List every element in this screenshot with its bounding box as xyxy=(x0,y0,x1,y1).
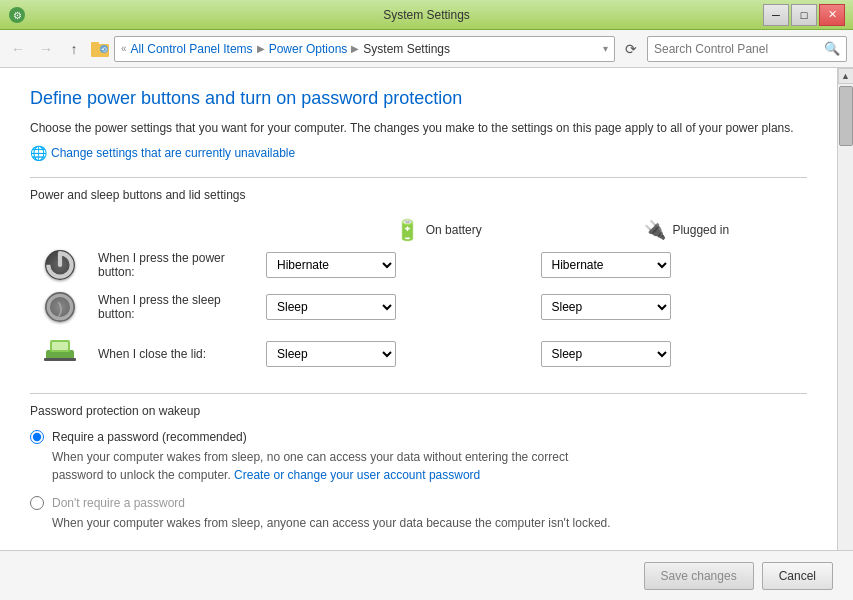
main-window: Define power buttons and turn on passwor… xyxy=(0,68,853,600)
page-title: Define power buttons and turn on passwor… xyxy=(30,88,807,109)
path-dropdown[interactable]: ▾ xyxy=(603,43,608,54)
require-password-row: Require a password (recommended) xyxy=(30,430,807,444)
svg-text:⟲: ⟲ xyxy=(101,46,107,53)
scroll-up-button[interactable]: ▲ xyxy=(838,68,854,84)
app-icon: ⚙ xyxy=(8,6,26,24)
plugged-in-header: 🔌 Plugged in xyxy=(567,218,808,242)
require-password-option: Require a password (recommended) When yo… xyxy=(30,430,807,484)
refresh-button[interactable]: ⟳ xyxy=(619,37,643,61)
divider2 xyxy=(30,393,807,394)
maximize-button[interactable]: □ xyxy=(791,4,817,26)
settings-grid: 🔋 On battery 🔌 Plugged in xyxy=(30,218,807,373)
address-path[interactable]: « All Control Panel Items ▶ Power Option… xyxy=(114,36,615,62)
save-changes-button[interactable]: Save changes xyxy=(644,562,754,590)
password-section: Password protection on wakeup Require a … xyxy=(30,404,807,532)
bottom-bar: Save changes Cancel xyxy=(0,550,853,600)
path-system-settings: System Settings xyxy=(363,42,450,56)
require-password-desc2: password to unlock the computer. xyxy=(52,468,231,482)
require-password-label: Require a password (recommended) xyxy=(52,430,247,444)
svg-text:⚙: ⚙ xyxy=(13,10,22,21)
scrollbar: ▲ ▼ xyxy=(837,68,853,600)
sleep-icon: ) xyxy=(45,292,75,322)
divider1 xyxy=(30,177,807,178)
page-description: Choose the power settings that you want … xyxy=(30,119,807,137)
on-battery-header: 🔋 On battery xyxy=(318,218,559,242)
no-password-row: Don't require a password xyxy=(30,496,807,510)
cancel-button[interactable]: Cancel xyxy=(762,562,833,590)
no-password-radio[interactable] xyxy=(30,496,44,510)
path-sep2: ▶ xyxy=(257,43,265,54)
no-password-option: Don't require a password When your compu… xyxy=(30,496,807,532)
lid-icon xyxy=(44,334,76,373)
power-button-row: When I press the power button: Hibernate… xyxy=(30,250,807,280)
create-password-link[interactable]: Create or change your user account passw… xyxy=(234,468,480,482)
sleep-button-label: When I press the sleep button: xyxy=(98,293,258,321)
password-section-header: Password protection on wakeup xyxy=(30,404,807,418)
back-button[interactable]: ← xyxy=(6,37,30,61)
path-sep1: « xyxy=(121,43,127,54)
path-all-control-panel[interactable]: All Control Panel Items xyxy=(131,42,253,56)
battery-icon: 🔋 xyxy=(395,218,420,242)
power-button-label: When I press the power button: xyxy=(98,251,258,279)
up-button[interactable]: ↑ xyxy=(62,37,86,61)
content-area: Define power buttons and turn on passwor… xyxy=(0,68,837,600)
require-password-desc: When your computer wakes from sleep, no … xyxy=(52,448,807,484)
scroll-thumb[interactable] xyxy=(839,86,853,146)
forward-button[interactable]: → xyxy=(34,37,58,61)
grid-header: 🔋 On battery 🔌 Plugged in xyxy=(30,218,807,242)
on-battery-label: On battery xyxy=(426,223,482,237)
no-password-desc: When your computer wakes from sleep, any… xyxy=(52,514,807,532)
title-bar: ⚙ System Settings ─ □ ✕ xyxy=(0,0,853,30)
lid-plugged-in-select[interactable]: Sleep Hibernate Do nothing Shut down Tur… xyxy=(541,341,671,367)
power-button-icon-cell xyxy=(30,250,90,280)
no-password-label: Don't require a password xyxy=(52,496,185,510)
sleep-button-icon-cell: ) xyxy=(30,292,90,322)
path-power-options[interactable]: Power Options xyxy=(269,42,348,56)
sleep-button-on-battery-select[interactable]: Sleep Hibernate Do nothing Shut down Tur… xyxy=(266,294,396,320)
globe-icon: 🌐 xyxy=(30,145,47,161)
change-settings-label[interactable]: Change settings that are currently unava… xyxy=(51,146,295,160)
search-icon[interactable]: 🔍 xyxy=(824,41,840,56)
power-button-plugged-in-select[interactable]: Hibernate Sleep Do nothing Shut down Tur… xyxy=(541,252,671,278)
search-box[interactable]: 🔍 xyxy=(647,36,847,62)
lid-row: When I close the lid: Sleep Hibernate Do… xyxy=(30,334,807,373)
window-controls: ─ □ ✕ xyxy=(763,4,845,26)
section1-header: Power and sleep buttons and lid settings xyxy=(30,188,807,202)
address-bar: ← → ↑ ⟲ « All Control Panel Items ▶ Powe… xyxy=(0,30,853,68)
sleep-button-plugged-in-select[interactable]: Sleep Hibernate Do nothing Shut down Tur… xyxy=(541,294,671,320)
power-icon xyxy=(45,250,75,280)
lid-icon-cell xyxy=(30,334,90,373)
folder-icon: ⟲ xyxy=(90,39,110,59)
svg-rect-13 xyxy=(44,358,76,361)
plug-icon: 🔌 xyxy=(644,219,666,241)
change-settings-link[interactable]: 🌐 Change settings that are currently una… xyxy=(30,145,807,161)
svg-rect-12 xyxy=(52,342,68,350)
lid-label: When I close the lid: xyxy=(98,347,258,361)
svg-rect-3 xyxy=(91,42,99,46)
plugged-in-label: Plugged in xyxy=(672,223,729,237)
close-button[interactable]: ✕ xyxy=(819,4,845,26)
require-password-desc1: When your computer wakes from sleep, no … xyxy=(52,450,568,464)
search-input[interactable] xyxy=(654,42,820,56)
path-sep3: ▶ xyxy=(351,43,359,54)
lid-on-battery-select[interactable]: Sleep Hibernate Do nothing Shut down Tur… xyxy=(266,341,396,367)
sleep-button-row: ) When I press the sleep button: Sleep H… xyxy=(30,292,807,322)
require-password-radio[interactable] xyxy=(30,430,44,444)
title-bar-left: ⚙ xyxy=(8,6,26,24)
svg-text:): ) xyxy=(57,299,63,318)
window-title: System Settings xyxy=(0,8,853,22)
scroll-track[interactable] xyxy=(838,148,853,584)
power-button-on-battery-select[interactable]: Hibernate Sleep Do nothing Shut down Tur… xyxy=(266,252,396,278)
minimize-button[interactable]: ─ xyxy=(763,4,789,26)
